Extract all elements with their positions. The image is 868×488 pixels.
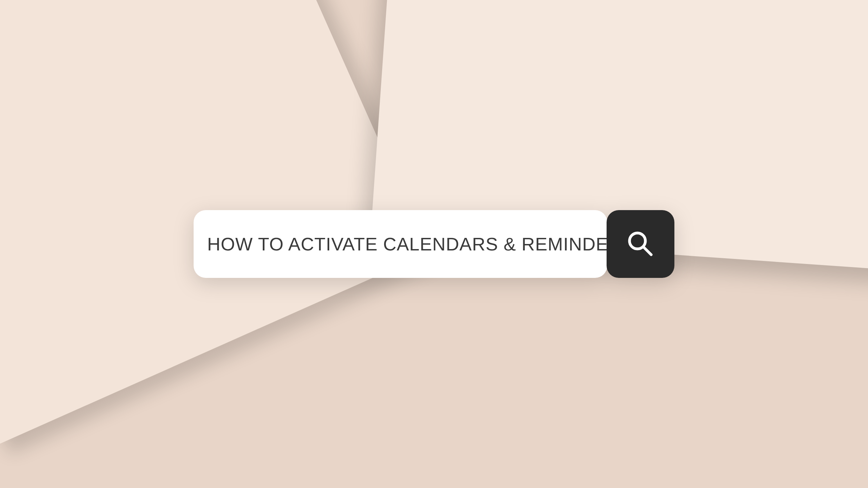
search-input[interactable]: HOW TO ACTIVATE CALENDARS & REMINDERS: [194, 210, 607, 278]
search-bar-container: HOW TO ACTIVATE CALENDARS & REMINDERS: [194, 210, 674, 278]
search-icon: [625, 229, 656, 259]
search-query-text: HOW TO ACTIVATE CALENDARS & REMINDERS: [207, 233, 634, 255]
search-button[interactable]: [607, 210, 674, 278]
svg-line-1: [644, 247, 651, 255]
